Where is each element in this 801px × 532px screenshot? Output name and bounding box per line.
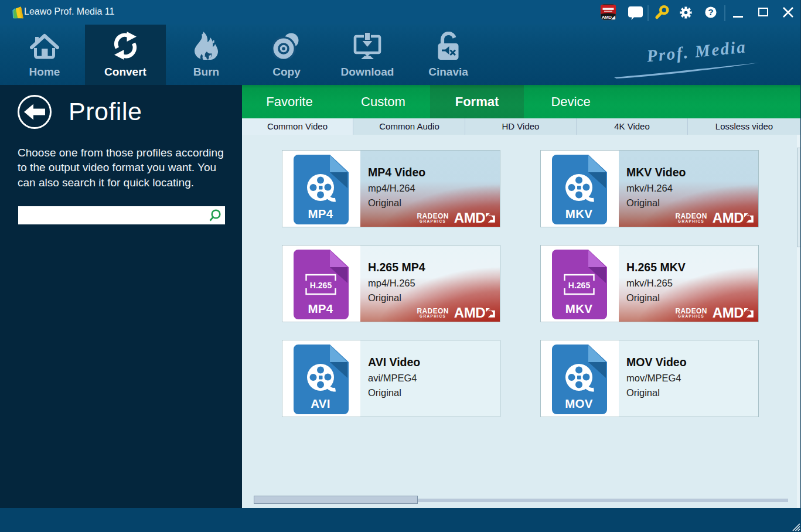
- svg-text:MP4: MP4: [308, 302, 333, 315]
- svg-text:H.265: H.265: [568, 281, 591, 290]
- svg-text:?: ?: [708, 7, 713, 17]
- svg-text:MP4: MP4: [308, 207, 333, 220]
- svg-text:AMD◢: AMD◢: [602, 15, 616, 20]
- svg-text:H.265: H.265: [310, 281, 332, 290]
- svg-text:MKV: MKV: [565, 207, 592, 220]
- svg-text:MOV: MOV: [565, 397, 593, 410]
- svg-text:AVI: AVI: [311, 397, 330, 410]
- svg-text:MKV: MKV: [565, 302, 592, 315]
